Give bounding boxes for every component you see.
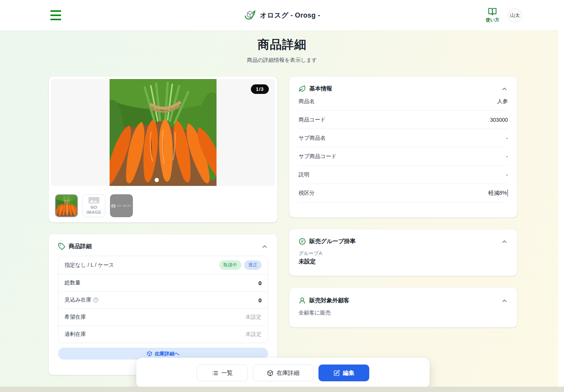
product-detail-title: 商品詳細	[69, 243, 92, 250]
status-badge-handling: 取扱中	[219, 260, 241, 270]
collapse-chevron-up-icon[interactable]	[501, 297, 508, 304]
collapse-chevron-up-icon[interactable]	[501, 85, 508, 92]
carousel-dot-indicator[interactable]	[155, 178, 159, 182]
row-value: 0	[259, 297, 262, 303]
row-label: 過剰在庫	[65, 331, 86, 338]
page-title: 商品詳細	[0, 37, 564, 53]
row-value: 未設定	[246, 314, 262, 321]
image-count-badge: 1/3	[251, 84, 269, 94]
tag-icon	[58, 243, 65, 250]
basic-info-title: 基本情報	[309, 85, 332, 92]
thumbnail-product-image[interactable]	[55, 194, 78, 217]
group-name-label: グループA	[299, 250, 508, 257]
row-label: 総数量	[65, 279, 81, 286]
table-row-desired-stock: 希望在庫 未設定	[58, 308, 268, 326]
edit-button[interactable]: 編集	[318, 365, 369, 381]
info-row-description: 説明 -	[299, 166, 508, 184]
text-cursor	[507, 189, 508, 197]
product-image	[110, 79, 217, 186]
info-row-sub-code: サブ商品コード -	[299, 147, 508, 166]
row-label: 希望在庫	[65, 314, 86, 321]
variant-name: 指定なし / L / ケース	[65, 262, 114, 269]
floating-action-bar: 一覧 在庫詳細 編集	[136, 358, 430, 388]
book-open-icon	[488, 7, 497, 16]
excluded-customers-value: 全顧客に販売	[299, 310, 508, 316]
status-badge-optimal: 適正	[244, 260, 262, 270]
row-value: 未設定	[246, 331, 262, 338]
edit-button-label: 編集	[343, 369, 354, 377]
package-icon	[267, 370, 273, 376]
viewport-bottom-edge	[0, 387, 564, 392]
help-label: 使い方	[486, 17, 499, 23]
info-row-product-name: 商品名 人参	[299, 92, 508, 111]
stock-detail-button-label: 在庫詳細	[276, 369, 299, 377]
sales-group-title: 販売グループ掛率	[309, 238, 356, 245]
excluded-customers-card: 販売対象外顧客 全顧客に販売	[289, 287, 517, 327]
info-row-tax-category: 税区分 軽減8%	[299, 184, 508, 202]
package-icon	[147, 351, 152, 357]
page-subtitle: 商品の詳細情報を表示します	[0, 57, 564, 64]
stock-detail-link-label: 在庫詳細へ	[155, 350, 179, 357]
camera-icon	[111, 204, 116, 208]
avatar[interactable]: 山太	[508, 8, 522, 23]
app-header: オロスグ - Orosg - 使い方 山太	[0, 0, 564, 31]
row-value: 0	[259, 280, 262, 286]
leaf-icon	[299, 85, 306, 92]
thumbnail-no-image-1[interactable]: NO IMAGE	[82, 194, 105, 217]
stock-detail-button[interactable]: 在庫詳細	[253, 365, 314, 381]
variant-box: 指定なし / L / ケース 取扱中 適正 総数量 0 見込み在庫	[58, 256, 268, 343]
badge-percent-icon	[299, 238, 306, 245]
info-row-product-code: 商品コード 303000	[299, 111, 508, 129]
product-detail-card: 商品詳細 指定なし / L / ケース 取扱中 適正 総数量 0 見込み在庫	[48, 234, 278, 375]
app-logo-icon	[244, 9, 256, 21]
row-label: 見込み在庫	[65, 297, 91, 303]
collapse-chevron-up-icon[interactable]	[261, 243, 268, 250]
brand: オロスグ - Orosg -	[0, 0, 564, 31]
carousel-stage: 1/3	[51, 79, 275, 186]
user-icon	[299, 297, 306, 304]
basic-info-card: 基本情報 商品名 人参 商品コード 303000 サブ商品名 - サブ商品コード…	[289, 76, 517, 218]
help-circle-icon[interactable]	[93, 297, 99, 303]
app-title: オロスグ - Orosg -	[260, 11, 320, 20]
no-image-compact-label: NO IMAGE	[117, 205, 131, 207]
list-icon	[212, 370, 218, 376]
image-placeholder-icon	[88, 197, 100, 205]
collapse-chevron-up-icon[interactable]	[501, 238, 508, 245]
info-row-sub-name: サブ商品名 -	[299, 129, 508, 147]
image-carousel-card: 1/3 NO IMAGE	[48, 76, 278, 223]
help-button[interactable]: 使い方	[486, 7, 499, 23]
thumbnail-no-image-2[interactable]: NO IMAGE	[110, 194, 133, 217]
group-rate-value: 未設定	[299, 258, 508, 265]
table-row-expected-stock: 見込み在庫 0	[58, 291, 268, 308]
excluded-customers-title: 販売対象外顧客	[309, 297, 349, 304]
sales-group-card: 販売グループ掛率 グループA 未設定	[289, 229, 517, 276]
edit-pencil-icon	[333, 370, 340, 376]
thumbnail-row: NO IMAGE NO IMAGE	[49, 186, 277, 223]
table-row-total-qty: 総数量 0	[58, 274, 268, 291]
list-button-label: 一覧	[221, 369, 233, 377]
list-button[interactable]: 一覧	[197, 365, 248, 381]
table-row-excess-stock: 過剰在庫 未設定	[58, 326, 268, 343]
avatar-label: 山太	[510, 12, 520, 19]
no-image-label-line2: IMAGE	[87, 210, 102, 215]
scrollbar-track[interactable]	[558, 0, 564, 392]
no-image-label-line1: NO	[90, 205, 97, 210]
